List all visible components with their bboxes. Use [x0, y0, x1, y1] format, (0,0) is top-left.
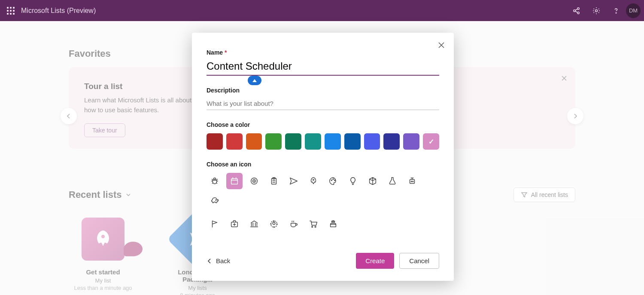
bug-icon [210, 176, 219, 186]
color-swatch-dark-blue[interactable] [344, 133, 361, 150]
chevron-left-icon [207, 258, 213, 264]
back-button[interactable]: Back [207, 257, 230, 264]
svg-rect-6 [231, 179, 238, 184]
svg-point-0 [574, 9, 575, 11]
icon-option-cube[interactable] [365, 173, 381, 189]
plane-icon [289, 176, 298, 186]
icon-option-cake[interactable] [325, 216, 341, 232]
icon-option-lightbulb[interactable] [345, 173, 361, 189]
svg-point-21 [273, 222, 275, 224]
flag-icon [210, 219, 219, 229]
icon-option-rocket[interactable] [305, 173, 322, 189]
first-aid-icon [230, 219, 239, 229]
icon-option-location[interactable] [266, 216, 282, 232]
svg-point-14 [333, 179, 334, 180]
svg-point-26 [333, 221, 334, 221]
color-swatch-blue[interactable] [325, 133, 341, 150]
svg-point-15 [334, 180, 335, 181]
cube-icon [368, 176, 377, 186]
icon-option-first-aid[interactable] [226, 216, 243, 232]
color-swatch-navy[interactable] [383, 133, 400, 150]
color-swatch-dark-green[interactable] [285, 133, 301, 150]
name-label: Name * [207, 49, 439, 56]
description-label: Description [207, 87, 439, 94]
gear-icon [592, 6, 601, 15]
app-title: Microsoft Lists (Preview) [21, 7, 96, 15]
choose-icon-heading: Choose an icon [207, 161, 439, 168]
icon-option-robot[interactable] [404, 173, 420, 189]
svg-point-24 [315, 226, 316, 227]
dialog-close-button[interactable] [437, 41, 445, 49]
icon-option-piggy-bank[interactable] [207, 193, 223, 209]
top-bar: Microsoft Lists (Preview) DM [0, 0, 644, 21]
share-button[interactable] [567, 0, 586, 21]
svg-point-27 [334, 221, 335, 222]
create-list-dialog: Name * Description Choose a color Choose… [192, 33, 454, 281]
choose-color-heading: Choose a color [207, 121, 439, 128]
bank-icon [249, 219, 259, 229]
svg-point-1 [577, 7, 579, 9]
calendar-icon [230, 176, 239, 186]
icon-option-cart[interactable] [305, 216, 322, 232]
icon-option-calendar[interactable] [226, 173, 243, 189]
svg-point-3 [595, 9, 598, 12]
icon-option-flask[interactable] [384, 173, 401, 189]
location-icon [269, 219, 279, 229]
icon-grid [207, 173, 439, 232]
icon-option-palette[interactable] [325, 173, 341, 189]
help-icon [612, 6, 620, 15]
close-icon [437, 41, 445, 49]
rocket-icon [309, 176, 318, 186]
svg-point-18 [413, 181, 413, 182]
color-swatch-row [207, 133, 439, 150]
user-avatar[interactable]: DM [626, 3, 641, 18]
svg-point-9 [254, 181, 255, 181]
color-swatch-indigo[interactable] [364, 133, 380, 150]
svg-point-13 [331, 180, 332, 181]
icon-option-coffee[interactable] [286, 216, 302, 232]
color-swatch-red[interactable] [226, 133, 243, 150]
palette-icon [328, 176, 338, 186]
waffle-icon [7, 7, 15, 15]
cart-icon [309, 219, 318, 229]
color-swatch-dark-red[interactable] [207, 133, 223, 150]
coffee-icon [289, 219, 298, 229]
clipboard-icon [269, 176, 279, 186]
icon-option-bank[interactable] [246, 216, 262, 232]
svg-point-25 [331, 221, 332, 222]
cake-icon [328, 219, 338, 229]
cancel-button[interactable]: Cancel [399, 253, 439, 269]
piggy-bank-icon [210, 196, 219, 206]
color-swatch-purple[interactable] [403, 133, 419, 150]
svg-point-23 [312, 226, 313, 227]
settings-button[interactable] [586, 0, 606, 21]
icon-option-plane[interactable] [286, 173, 302, 189]
description-input[interactable] [207, 97, 439, 110]
svg-point-17 [411, 181, 412, 182]
svg-rect-16 [410, 179, 415, 183]
svg-point-19 [216, 200, 216, 200]
color-swatch-teal[interactable] [305, 133, 321, 150]
create-button[interactable]: Create [356, 253, 394, 269]
svg-point-2 [577, 12, 579, 13]
robot-icon [407, 176, 417, 186]
share-icon [572, 6, 581, 15]
help-button[interactable] [606, 0, 626, 21]
color-swatch-green[interactable] [265, 133, 282, 150]
text-caret-handle[interactable] [248, 76, 261, 85]
target-icon [249, 176, 259, 186]
icon-option-bug[interactable] [207, 173, 223, 189]
icon-option-target[interactable] [246, 173, 262, 189]
lightbulb-icon [348, 176, 358, 186]
svg-point-12 [313, 179, 314, 181]
color-swatch-pink[interactable] [423, 133, 439, 150]
icon-option-clipboard[interactable] [266, 173, 282, 189]
icon-option-flag[interactable] [207, 216, 223, 232]
svg-point-4 [616, 12, 617, 13]
app-launcher-button[interactable] [0, 0, 21, 21]
flask-icon [388, 176, 397, 186]
name-input[interactable] [207, 58, 439, 76]
color-swatch-orange[interactable] [246, 133, 262, 150]
